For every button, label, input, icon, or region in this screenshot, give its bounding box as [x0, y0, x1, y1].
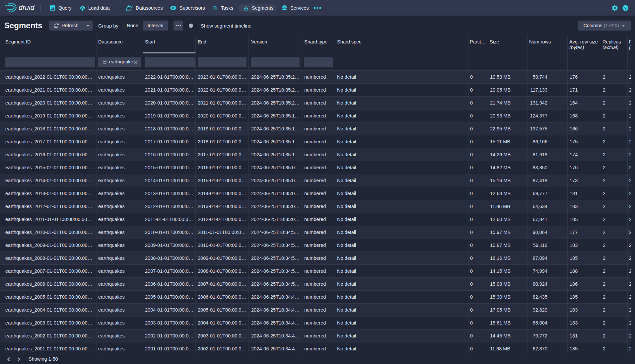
svg-text:?: ?: [624, 6, 627, 10]
